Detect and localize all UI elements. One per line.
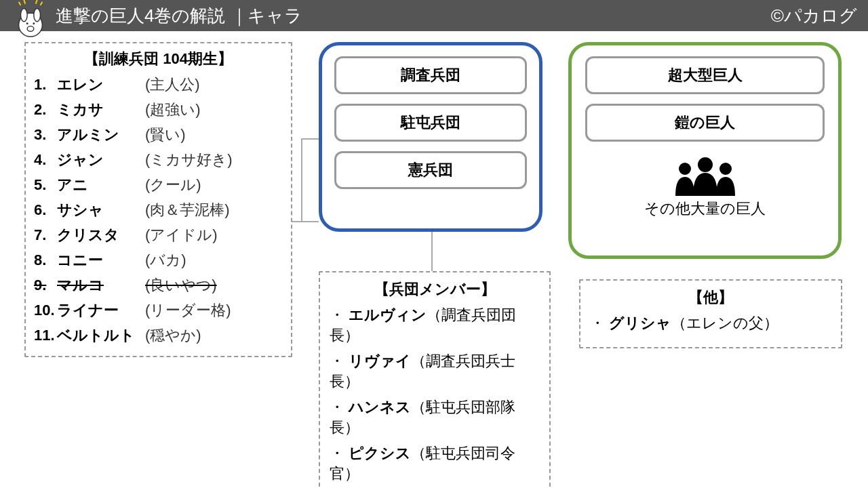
member-name: リヴァイ [349,352,411,369]
svg-point-2 [34,9,41,22]
people-icon [665,157,746,196]
cadet-note: (アイドル) [145,225,218,245]
others-box: 【他】 ・グリシャ（エレンの父） [579,279,842,348]
cadet-name: マルコ [57,275,145,296]
cadet-num: 3. [34,126,57,144]
cadet-note: (穏やか) [145,325,201,346]
cadet-name: ジャン [57,150,145,170]
other-titans-label: その他大量の巨人 [585,199,825,219]
member-name: ハンネス [349,399,411,415]
llama-logo-icon [11,0,50,38]
cadet-num: 8. [34,251,57,269]
cadet-note: (バカ) [145,250,186,270]
other-name: グリシャ [609,314,671,331]
member-name: ピクシス [349,445,411,462]
cadet-num: 11. [34,327,57,344]
cadet-num: 9. [34,277,57,294]
titan-pill: 超大型巨人 [585,56,825,94]
cadet-num: 7. [34,226,57,244]
corps-pill: 駐屯兵団 [334,104,527,142]
connector [292,221,319,222]
cadets-title: 【訓練兵団 104期生】 [34,49,283,69]
corps-pill: 憲兵団 [334,151,527,189]
cadet-name: ミカサ [57,100,145,120]
other-row: ・グリシャ（エレンの父） [590,313,831,333]
cadet-num: 6. [34,201,57,219]
svg-point-1 [21,9,28,22]
header: 進撃の巨人4巻の解説 ｜キャラ ©パカログ [0,0,868,31]
members-title: 【兵団メンバー】 [330,279,540,300]
bullet: ・ [590,314,605,331]
svg-point-11 [698,157,713,172]
corps-box: 調査兵団駐屯兵団憲兵団 [319,42,542,232]
titans-box: 超大型巨人鎧の巨人 その他大量の巨人 [568,42,842,259]
cadet-note: (賢い) [145,125,186,145]
cadet-row: 3.アルミン(賢い) [34,125,283,145]
corps-pill: 調査兵団 [334,56,527,94]
cadet-num: 1. [34,76,57,94]
cadet-row: 1.エレン(主人公) [34,75,283,95]
member-row: ・エルヴィン（調査兵団団長） [330,305,540,346]
cadet-row: 8.コニー(バカ) [34,250,283,270]
cadet-num: 2. [34,101,57,119]
cadet-num: 4. [34,151,57,169]
cadet-num: 10. [34,302,57,319]
cadet-note: (良いやつ) [145,275,217,296]
cadet-note: (クール) [145,175,201,195]
members-box: 【兵団メンバー】 ・エルヴィン（調査兵団団長）・リヴァイ（調査兵団兵士長）・ハン… [319,271,551,488]
cadet-name: ベルトルト [57,325,145,346]
cadet-name: クリスタ [57,225,145,245]
cadet-note: (肉＆芋泥棒) [145,200,230,220]
cadet-row: 9.マルコ(良いやつ) [34,275,283,296]
svg-line-7 [24,0,25,4]
cadet-note: (主人公) [145,75,200,95]
svg-point-12 [719,163,732,175]
cadet-row: 6.サシャ(肉＆芋泥棒) [34,200,283,220]
cadet-name: ライナー [57,300,145,321]
member-name: エルヴィン [349,306,427,323]
cadet-name: アニ [57,175,145,195]
page-title: 進撃の巨人4巻の解説 ｜キャラ [56,4,771,28]
connector [301,138,319,140]
svg-point-10 [679,163,691,175]
titan-pill: 鎧の巨人 [585,104,825,142]
member-row: ・ピクシス（駐屯兵団司令官） [330,443,540,484]
other-titans-group: その他大量の巨人 [585,157,825,219]
cadet-num: 5. [34,176,57,194]
svg-line-8 [41,2,43,5]
connector [301,138,302,222]
others-title: 【他】 [590,287,831,308]
svg-line-6 [19,2,21,5]
member-row: ・ハンネス（駐屯兵団部隊長） [330,397,540,438]
bullet: ・ [330,445,344,462]
bullet: ・ [330,306,344,323]
bullet: ・ [330,399,344,415]
cadet-note: (超強い) [145,100,201,120]
credit: ©パカログ [771,4,857,28]
member-row: ・リヴァイ（調査兵団兵士長） [330,351,540,392]
cadet-row: 10.ライナー(リーダー格) [34,300,283,321]
cadet-row: 5.アニ(クール) [34,175,283,195]
cadet-row: 11.ベルトルト(穏やか) [34,325,283,346]
svg-point-4 [33,22,35,24]
svg-point-3 [26,22,28,24]
cadet-note: (リーダー格) [145,300,231,321]
bullet: ・ [330,352,344,369]
svg-line-9 [36,0,37,4]
cadet-name: エレン [57,75,145,95]
other-note: （エレンの父） [671,314,778,331]
cadet-row: 4.ジャン(ミカサ好き) [34,150,283,170]
cadet-row: 2.ミカサ(超強い) [34,100,283,120]
cadet-name: サシャ [57,200,145,220]
cadet-note: (ミカサ好き) [145,150,233,170]
cadet-name: コニー [57,250,145,270]
cadet-row: 7.クリスタ(アイドル) [34,225,283,245]
cadets-box: 【訓練兵団 104期生】 1.エレン(主人公)2.ミカサ(超強い)3.アルミン(… [24,42,292,357]
connector [431,232,433,271]
cadet-name: アルミン [57,125,145,145]
